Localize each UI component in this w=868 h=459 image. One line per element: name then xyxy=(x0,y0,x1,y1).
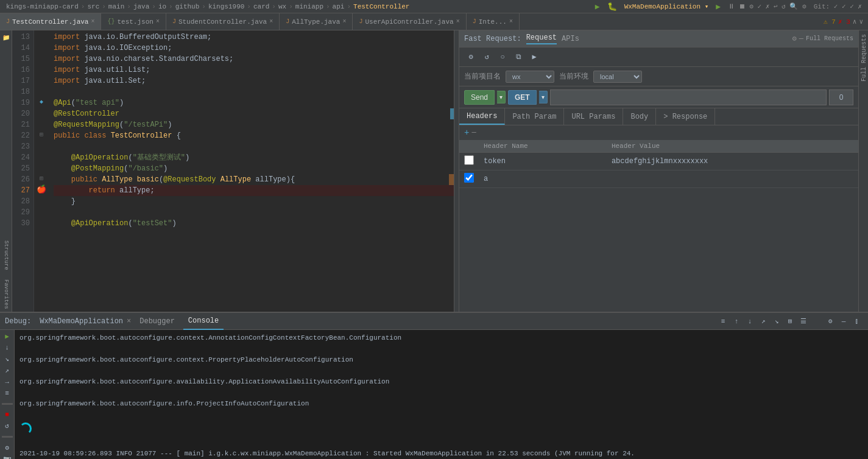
run-button[interactable]: ▶ xyxy=(595,2,600,12)
project-row: 当前项目名 wx 当前环境 local xyxy=(459,67,858,86)
debug-columns-icon[interactable]: ⫿ xyxy=(851,315,863,328)
code-line-30: @ApiOperation("testSet") xyxy=(54,218,454,229)
send-button[interactable]: Send xyxy=(464,90,495,105)
debug-icon-list[interactable]: ☰ xyxy=(797,315,810,328)
tab-close-icon[interactable]: × xyxy=(456,18,460,25)
method-button[interactable]: GET xyxy=(508,90,537,105)
tab-close-icon[interactable]: × xyxy=(156,18,160,25)
settings-icon[interactable]: ⚙ xyxy=(792,34,797,43)
debug-left-icons: ▶ ↓ ↘ ↗ → ≡ ■ ↺ ⚙ 📷 📌 xyxy=(0,330,15,459)
tab-label: test.json xyxy=(117,18,153,26)
divider2 xyxy=(2,436,13,438)
tab-body[interactable]: Body xyxy=(623,108,656,125)
tab-test-json[interactable]: {} test.json × xyxy=(101,13,166,30)
console-line-final: 2021-10-19 08:59:26.893 INFO 21077 --- [… xyxy=(19,448,863,459)
tab-close-icon[interactable]: × xyxy=(91,18,94,25)
settings-debug-icon[interactable]: ⚙ xyxy=(2,444,13,452)
copy-btn[interactable]: ⧉ xyxy=(512,51,525,64)
debug-icon-step[interactable]: ↗ xyxy=(757,315,769,328)
debug-icon-grid[interactable]: ⊞ xyxy=(784,315,796,328)
camera-icon[interactable]: 📷 xyxy=(2,455,13,459)
header-name-token: token xyxy=(479,153,607,170)
header-name-col: Header Name xyxy=(479,140,607,153)
toolbar-icons: ⏸ ⏹ ⚙ ✓ ✗ ↩ ↺ 🔍 ⚙ xyxy=(728,2,806,10)
close-rp-icon[interactable]: — xyxy=(799,35,803,43)
env-select[interactable]: local xyxy=(593,71,642,83)
tab-student-controller[interactable]: J StudentController.java × xyxy=(166,13,280,30)
project-select[interactable]: wx xyxy=(506,71,554,83)
play-btn[interactable]: ▶ xyxy=(528,51,541,64)
code-line-22: public class TestController { xyxy=(54,130,454,141)
expand-icon[interactable]: ∧ xyxy=(853,18,857,26)
env-label: 当前环境 xyxy=(559,71,588,82)
resume-icon[interactable]: ▶ xyxy=(2,332,13,340)
tab-response[interactable]: > Response xyxy=(656,108,715,125)
send-row: Send ▾ GET ▾ xyxy=(459,86,858,108)
method-dropdown-button[interactable]: ▾ xyxy=(539,91,548,103)
code-line-14: import java.io.IOException; xyxy=(54,43,454,54)
collapse-icon[interactable]: ∨ xyxy=(859,18,863,26)
favorites-label[interactable]: Favorites xyxy=(2,277,10,312)
run-to-cursor-icon[interactable]: → xyxy=(2,378,13,385)
full-requests-tab[interactable]: Full Requests xyxy=(859,30,868,85)
headers-table: Header Name Header Value token abcdefghi… xyxy=(459,140,858,188)
rp-tab-apis[interactable]: APIs xyxy=(562,35,579,43)
stop-icon[interactable]: ■ xyxy=(2,411,13,418)
run-config-button[interactable]: WxMaDemoApplication ▾ xyxy=(624,2,709,10)
fold-icon-26[interactable]: ⊞ xyxy=(34,173,49,184)
header-enable-token[interactable] xyxy=(464,155,474,165)
debug-icon-down[interactable]: ↓ xyxy=(744,315,756,328)
tab-headers[interactable]: Headers xyxy=(459,108,505,125)
settings-btn[interactable]: ⚙ xyxy=(464,51,478,64)
breadcrumb: kings-miniapp-card xyxy=(6,3,79,10)
toolbar-run[interactable]: ▶ xyxy=(716,2,721,12)
code-content[interactable]: import java.io.BufferedOutputStream; imp… xyxy=(49,30,454,312)
tab-close-icon[interactable]: × xyxy=(269,18,273,25)
fold-icon-22[interactable]: ⊞ xyxy=(34,129,49,140)
add-header-button[interactable]: + xyxy=(464,128,469,138)
rp-tab-request[interactable]: Request xyxy=(526,33,557,44)
fullrequest-icon[interactable]: Full Requests xyxy=(806,35,853,42)
structure-label[interactable]: Structure xyxy=(2,238,10,273)
tab-inte[interactable]: J Inte... × xyxy=(467,13,520,30)
step-into-icon[interactable]: ↘ xyxy=(2,355,13,363)
refresh-btn[interactable]: ↺ xyxy=(480,51,493,64)
debugger-tab[interactable]: Debugger xyxy=(135,313,180,330)
code-line-18 xyxy=(54,86,454,97)
debug-label: Debug: xyxy=(5,317,31,326)
tab-close-icon[interactable]: × xyxy=(509,18,513,25)
debug-close-icon[interactable]: × xyxy=(127,317,131,326)
debug-icon-format[interactable]: ≡ xyxy=(717,315,729,328)
remove-header-button[interactable]: — xyxy=(471,128,476,137)
step-out-icon[interactable]: ↗ xyxy=(2,366,13,374)
java-icon: J xyxy=(172,18,176,25)
code-line-24: @ApiOperation("基础类型测试") xyxy=(54,152,454,163)
left-panel: 📁 Structure Favorites xyxy=(0,30,12,312)
debug-icon-step2[interactable]: ↘ xyxy=(771,315,783,328)
circle-btn[interactable]: ○ xyxy=(496,51,509,64)
rerun-icon[interactable]: ↺ xyxy=(2,422,13,430)
url-input[interactable] xyxy=(550,89,827,105)
step-over-icon[interactable]: ↓ xyxy=(2,344,13,351)
debug-settings-icon[interactable]: ⚙ xyxy=(824,315,836,328)
breakpoint-icon[interactable]: 🍎 xyxy=(34,184,49,195)
tab-label: UserApiController.java xyxy=(365,18,453,26)
console-tab[interactable]: Console xyxy=(183,313,224,330)
tab-url-params[interactable]: URL Params xyxy=(564,108,623,125)
evaluate-icon[interactable]: ≡ xyxy=(2,390,13,397)
tab-test-controller[interactable]: J TestController.java × xyxy=(0,13,101,30)
header-enable-a[interactable] xyxy=(464,173,474,183)
debug-button[interactable]: 🐛 xyxy=(607,2,617,12)
debug-minimize-icon[interactable]: — xyxy=(838,315,850,328)
console-line-3: org.springframework.boot.autoconfigure.a… xyxy=(19,376,863,387)
tab-userapicontroller[interactable]: J UserApiController.java × xyxy=(353,13,466,30)
send-dropdown-button[interactable]: ▾ xyxy=(497,91,506,103)
debug-icon-up[interactable]: ↑ xyxy=(730,315,743,328)
tab-path-param[interactable]: Path Param xyxy=(505,108,564,125)
fast-request-label: Fast Request: xyxy=(464,35,521,43)
tab-alltype[interactable]: J AllType.java × xyxy=(280,13,353,30)
timeout-input[interactable] xyxy=(829,89,853,105)
editor-scrollbar[interactable] xyxy=(454,30,459,312)
project-icon[interactable]: 📁 xyxy=(1,33,11,43)
tab-close-icon[interactable]: × xyxy=(342,18,346,25)
